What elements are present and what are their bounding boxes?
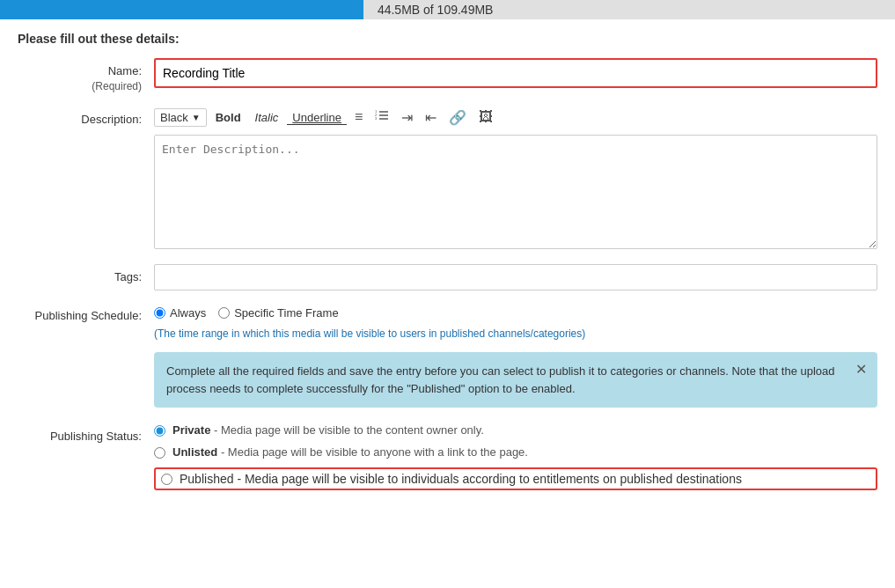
tags-row: Tags: xyxy=(18,264,877,290)
progress-bar-area: 44.5MB of 109.49MB xyxy=(0,0,895,19)
description-textarea-wrap xyxy=(154,135,877,252)
publishing-status-row: Publishing Status: Private - Media page … xyxy=(18,423,877,490)
status-private-desc: - Media page will be visible to the cont… xyxy=(214,423,484,437)
schedule-specific-label: Specific Time Frame xyxy=(234,306,338,320)
status-private-option[interactable]: Private - Media page will be visible to … xyxy=(154,423,877,437)
schedule-specific-option[interactable]: Specific Time Frame xyxy=(218,306,338,320)
info-box-text: Complete all the required fields and sav… xyxy=(166,364,835,395)
dropdown-arrow-icon: ▼ xyxy=(192,113,201,122)
progress-bar-fill xyxy=(0,0,363,19)
name-label: Name: (Required) xyxy=(18,58,154,94)
italic-button[interactable]: Italic xyxy=(250,109,284,126)
schedule-always-label: Always xyxy=(170,306,206,320)
ordered-list-icon[interactable]: 1 2 3 xyxy=(370,107,393,127)
status-unlisted-desc: - Media page will be visible to anyone w… xyxy=(221,445,528,459)
name-row: Name: (Required) xyxy=(18,58,877,94)
info-box: Complete all the required fields and sav… xyxy=(154,352,877,408)
description-toolbar-row: Description: Black ▼ Bold Italic Underli… xyxy=(18,107,877,128)
status-published-wrap[interactable]: Published - Media page will be visible t… xyxy=(154,467,877,490)
schedule-radio-group: Always Specific Time Frame xyxy=(154,303,339,320)
color-dropdown[interactable]: Black ▼ xyxy=(154,108,207,127)
status-unlisted-option[interactable]: Unlisted - Media page will be visible to… xyxy=(154,445,877,459)
status-published-label: Published xyxy=(180,472,234,486)
publishing-status-label: Publishing Status: xyxy=(18,423,154,445)
status-private-radio[interactable] xyxy=(154,425,165,437)
tags-input[interactable] xyxy=(154,264,877,290)
publishing-schedule-label: Publishing Schedule: xyxy=(18,303,154,324)
status-private-label: Private xyxy=(172,423,210,437)
color-label: Black xyxy=(160,111,188,124)
info-box-close-button[interactable]: ✕ xyxy=(855,361,867,378)
svg-text:3: 3 xyxy=(375,116,378,121)
description-textarea[interactable] xyxy=(154,135,877,249)
publishing-schedule-row: Publishing Schedule: Always Specific Tim… xyxy=(18,303,877,324)
schedule-specific-radio[interactable] xyxy=(218,307,230,319)
underline-button[interactable]: Underline xyxy=(287,109,347,125)
description-label: Description: xyxy=(18,107,154,128)
status-private-text: Private - Media page will be visible to … xyxy=(172,423,484,437)
schedule-always-radio[interactable] xyxy=(154,307,165,319)
status-unlisted-radio[interactable] xyxy=(154,447,165,459)
name-input[interactable] xyxy=(154,58,877,88)
indent-left-icon[interactable]: ⇥ xyxy=(397,107,417,128)
status-options: Private - Media page will be visible to … xyxy=(154,423,877,490)
fill-notice: Please fill out these details: xyxy=(18,32,877,46)
unordered-list-icon[interactable]: ≡ xyxy=(350,107,367,127)
schedule-hint: (The time range in which this media will… xyxy=(154,327,877,340)
schedule-always-option[interactable]: Always xyxy=(154,306,206,320)
form-container: Please fill out these details: Name: (Re… xyxy=(0,19,895,520)
description-spacer xyxy=(18,131,154,136)
link-icon[interactable]: 🔗 xyxy=(444,107,471,128)
status-published-radio[interactable] xyxy=(161,474,172,485)
indent-right-icon[interactable]: ⇤ xyxy=(421,107,441,128)
progress-label: 44.5MB of 109.49MB xyxy=(378,3,494,17)
bold-button[interactable]: Bold xyxy=(210,109,246,126)
status-published-text: Published - Media page will be visible t… xyxy=(180,472,742,486)
description-textarea-row xyxy=(18,131,877,252)
tags-label: Tags: xyxy=(18,264,154,285)
image-icon[interactable]: 🖼 xyxy=(474,107,497,127)
description-toolbar: Black ▼ Bold Italic Underline ≡ 1 2 3 ⇥ … xyxy=(154,107,877,128)
status-unlisted-label: Unlisted xyxy=(172,445,217,459)
status-unlisted-text: Unlisted - Media page will be visible to… xyxy=(172,445,528,459)
status-published-desc: - Media page will be visible to individu… xyxy=(237,472,742,486)
